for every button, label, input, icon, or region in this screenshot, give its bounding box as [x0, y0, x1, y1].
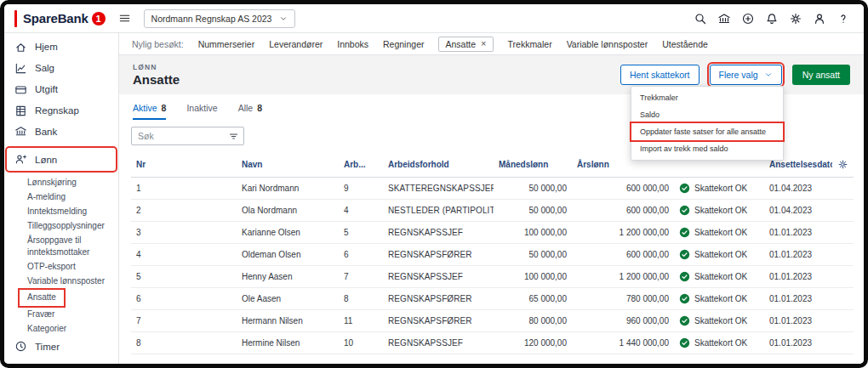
check-circle-icon [679, 205, 690, 216]
cell-arbeidsforhold: REGNSKAPSSJEF [383, 332, 494, 354]
cell-arbeidsforhold: REGNSKAPSFØRER [383, 244, 494, 266]
cell-arslonn: 1 200 000,00 [572, 266, 674, 288]
expense-card-icon [14, 83, 27, 96]
profile-button[interactable] [809, 8, 830, 29]
tab-leverandorer[interactable]: Leverandører [269, 39, 323, 49]
check-circle-icon [679, 315, 690, 326]
breadcrumb: LØNN [133, 63, 180, 71]
cell-arbeidsforhold: REGNSKAPSSJEF [383, 222, 494, 244]
sidebar-subitem-arsoppgave[interactable]: Årsoppgave til inntektsmottaker [27, 234, 113, 259]
table-row[interactable]: 6 Ole Aasen 8 REGNSKAPSFØRER 65 000,00 7… [131, 288, 854, 310]
tab-regninger[interactable]: Regninger [383, 39, 424, 49]
bank-icon [717, 12, 731, 25]
sidebar-item-regnskap[interactable]: Regnskap [8, 100, 115, 122]
settings-button[interactable] [785, 8, 806, 29]
sidebar-subitem-ansatte[interactable]: Ansatte [27, 289, 113, 307]
col-arb[interactable]: Arb... [339, 152, 383, 178]
menu-item-trekkmaler[interactable]: Trekkmaler [631, 89, 783, 106]
sidebar-item-bank[interactable]: Bank [8, 121, 115, 142]
table-row[interactable]: 5 Henny Aasen 7 REGNSKAPSSJEF 100 000,00… [131, 266, 854, 288]
app-window: SpareBank 1 Nordmann Regnskap AS 2023 [4, 4, 864, 364]
close-icon[interactable]: × [481, 39, 486, 48]
tab-utestaende[interactable]: Utestående [662, 39, 708, 49]
col-manedslonn[interactable]: Månedslønn [494, 152, 572, 178]
cell-manedslonn: 100 000,00 [494, 266, 572, 288]
sidebar-item-hjem[interactable]: Hjem [8, 37, 115, 58]
tab-nummerserier[interactable]: Nummerserier [198, 39, 255, 49]
col-nr[interactable]: Nr [131, 152, 237, 178]
recently-visited-nav: Nylig besøkt: Nummerserier Leverandører … [119, 33, 864, 55]
sidebar-subitem-fravaer[interactable]: Fravær [27, 308, 113, 321]
check-circle-icon [679, 183, 690, 194]
sidebar-subitem-otp-eksport[interactable]: OTP-eksport [27, 260, 113, 274]
clock-icon [14, 340, 27, 353]
table-row[interactable]: 4 Oldeman Olsen 6 REGNSKAPSFØRER 50 000,… [131, 244, 854, 266]
cell-ansettelsesdato: 01.01.2023 [764, 266, 832, 288]
table-row[interactable]: 8 Hermine Nilsen 10 REGNSKAPSSJEF 120 00… [131, 332, 854, 354]
menu-item-import-av-trekk[interactable]: Import av trekk med saldo [631, 140, 783, 157]
sidebar-item-utgift[interactable]: Utgift [8, 79, 115, 100]
payroll-icon [14, 153, 27, 166]
sidebar-subitem-tilleggsopplysninger[interactable]: Tilleggsopplysninger [27, 219, 113, 233]
cell-navn: Karianne Olsen [237, 222, 339, 244]
table-row[interactable]: 1 Kari Nordmann 9 SKATTEREGNSKAPSSJEF 50… [131, 178, 854, 200]
sidebar-subitem-a-melding[interactable]: A-melding [27, 190, 113, 204]
user-icon [813, 12, 826, 25]
table-row[interactable]: 2 Ola Nordmann 4 NESTLEDER (PARTIPOLITIS… [131, 200, 854, 222]
filter-tab-aktive[interactable]: Aktive 8 [133, 103, 166, 120]
flere-valg-button[interactable]: Flere valg [710, 65, 782, 85]
menu-toggle-button[interactable] [117, 10, 133, 26]
filter-tab-inaktive[interactable]: Inaktive [186, 103, 217, 120]
cell-arb: 9 [339, 178, 383, 200]
table-row[interactable]: 7 Hermann Nilsen 11 REGNSKAPSFØRER 80 00… [131, 310, 854, 332]
sidebar-subitem-lonnskjoring[interactable]: Lønnskjøring [27, 176, 113, 190]
sidebar-subitem-variable-lonnsposter[interactable]: Variable lønnsposter [27, 275, 113, 288]
tab-innboks[interactable]: Innboks [337, 39, 368, 49]
cell-arslonn: 1 440 000,00 [572, 332, 674, 354]
cell-navn: Ola Nordmann [237, 200, 339, 222]
sidebar-item-lonn[interactable]: Lønn [8, 149, 115, 170]
col-arbeidsforhold[interactable]: Arbeidsforhold [383, 152, 494, 178]
sidebar-item-label: Regnskap [35, 105, 79, 116]
filter-tab-alle[interactable]: Alle 8 [238, 103, 262, 120]
cell-arb: 11 [339, 310, 383, 332]
search-button[interactable] [690, 8, 711, 29]
sidebar-subitem-inntektsmelding[interactable]: Inntektsmelding [27, 205, 113, 218]
cell-nr: 2 [131, 200, 237, 222]
status-badge: Skattekort OK [694, 316, 747, 326]
sparebank-logo[interactable]: SpareBank 1 [23, 11, 106, 25]
search-input[interactable] [132, 131, 223, 141]
tab-variable-lonnsposter[interactable]: Variable lønnsposter [567, 39, 648, 49]
notifications-button[interactable] [762, 8, 782, 29]
tab-trekkmaler[interactable]: Trekkmaler [508, 39, 552, 49]
brand-badge: 1 [92, 12, 106, 25]
hent-skattekort-button[interactable]: Hent skattekort [620, 65, 700, 85]
check-circle-icon [679, 293, 690, 304]
bank-button[interactable] [714, 8, 734, 29]
cell-arbeidsforhold: REGNSKAPSSJEF [383, 266, 494, 288]
sidebar-subitem-kategorier[interactable]: Kategorier [27, 322, 113, 336]
tab-ansatte[interactable]: Ansatte × [438, 37, 493, 52]
menu-item-oppdater-faste-satser[interactable]: Oppdater faste satser for alle ansatte [631, 123, 783, 140]
sidebar-item-salg[interactable]: Salg [8, 58, 115, 79]
help-button[interactable] [833, 8, 854, 29]
table-settings-gear-icon[interactable] [837, 159, 848, 170]
sales-chart-icon [14, 62, 27, 75]
sidebar-item-label: Lønn [35, 155, 57, 165]
cell-manedslonn: 65 000,00 [494, 288, 572, 310]
cell-ansettelsesdato: 01.01.2023 [764, 288, 832, 310]
col-settings[interactable] [832, 152, 854, 178]
cell-navn: Ole Aasen [237, 288, 339, 310]
filter-button[interactable] [223, 127, 243, 144]
cell-arb: 7 [339, 266, 383, 288]
col-navn[interactable]: Navn [237, 152, 339, 178]
cell-navn: Hermann Nilsen [237, 310, 339, 332]
menu-item-saldo[interactable]: Saldo [631, 106, 783, 123]
add-button[interactable] [738, 8, 758, 29]
ny-ansatt-button[interactable]: Ny ansatt [792, 65, 850, 85]
table-row[interactable]: 3 Karianne Olsen 5 REGNSKAPSSJEF 100 000… [131, 222, 854, 244]
cell-manedslonn: 50 000,00 [494, 244, 572, 266]
company-selector[interactable]: Nordmann Regnskap AS 2023 [144, 9, 296, 28]
cell-manedslonn: 100 000,00 [494, 222, 572, 244]
sidebar-item-timer[interactable]: Timer [8, 336, 115, 357]
